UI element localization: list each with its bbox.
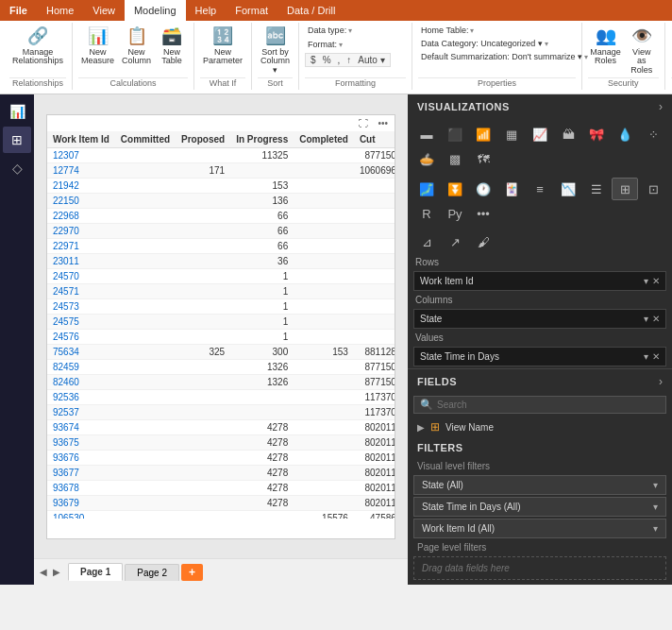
manage-roles-button[interactable]: 👥 ManageRoles bbox=[588, 25, 623, 68]
data-category-dropdown[interactable]: Data Category: Uncategorized ▾ ▾ bbox=[418, 38, 551, 49]
col-work-item-id[interactable]: Work Item Id bbox=[47, 131, 115, 148]
home-table-dropdown[interactable]: Home Table: ▾ bbox=[418, 25, 477, 36]
values-drop-zone[interactable]: State Time in Days ▾ ✕ bbox=[413, 347, 666, 366]
viz-filled-map[interactable]: 🗾 bbox=[413, 178, 440, 200]
menu-file[interactable]: File bbox=[0, 0, 37, 21]
viz-filter-icon[interactable]: ⊿ bbox=[413, 230, 440, 253]
viz-table[interactable]: ⊞ bbox=[612, 178, 638, 200]
menu-home[interactable]: Home bbox=[37, 0, 83, 21]
menu-modeling[interactable]: Modeling bbox=[125, 0, 186, 21]
parameter-icon: 🔢 bbox=[212, 26, 233, 47]
menu-data-drill[interactable]: Data / Drill bbox=[277, 0, 344, 21]
page-tab-1[interactable]: Page 1 bbox=[68, 563, 123, 581]
viz-treemap[interactable]: ▩ bbox=[442, 147, 468, 170]
page-tab-2[interactable]: Page 2 bbox=[125, 564, 179, 581]
filter-state-expand[interactable]: ▾ bbox=[653, 480, 658, 490]
table-row: 1065301557647586 bbox=[47, 510, 395, 519]
values-field-remove[interactable]: ✕ bbox=[652, 351, 660, 362]
cell-5-1 bbox=[115, 223, 176, 238]
expand-visual-button[interactable]: ⛶ bbox=[356, 117, 371, 129]
new-parameter-button[interactable]: 🔢 NewParameter bbox=[200, 25, 245, 68]
format-label: Format: bbox=[308, 40, 337, 49]
rows-field-remove[interactable]: ✕ bbox=[652, 276, 660, 286]
col-in-progress[interactable]: In Progress bbox=[230, 131, 294, 148]
comma-format-button[interactable]: , bbox=[335, 54, 344, 66]
fields-expand-icon[interactable]: › bbox=[659, 375, 663, 388]
ribbon-group-groups: ➕ NewGroup ✏️ EditGroups Groups bbox=[665, 23, 672, 90]
filter-work-item-expand[interactable]: ▾ bbox=[653, 523, 658, 534]
cell-0-0: 12307 bbox=[47, 147, 115, 162]
visual-options-button[interactable]: ••• bbox=[375, 117, 391, 129]
col-cut[interactable]: Cut bbox=[354, 131, 395, 148]
filter-state-time[interactable]: State Time in Days (All) ▾ bbox=[413, 497, 666, 517]
field-view-name[interactable]: ▶ ⊞ View Name bbox=[408, 417, 672, 436]
viz-card[interactable]: 🃏 bbox=[498, 178, 525, 200]
col-proposed[interactable]: Proposed bbox=[176, 131, 230, 148]
columns-field-remove[interactable]: ✕ bbox=[652, 314, 660, 324]
viz-icons-row2: 🗾 ⏬ 🕐 🃏 ≡ 📉 ☰ ⊞ ⊡ R Py ••• bbox=[408, 174, 672, 229]
viz-ribbon[interactable]: 🎀 bbox=[583, 123, 610, 145]
sort-by-column-button[interactable]: 🔤 Sort byColumn ▾ bbox=[258, 25, 293, 77]
viz-more[interactable]: ••• bbox=[470, 202, 496, 225]
new-measure-button[interactable]: 📊 NewMeasure bbox=[78, 25, 117, 68]
viz-pie[interactable]: 🥧 bbox=[413, 147, 440, 170]
report-view-icon[interactable]: 📊 bbox=[3, 98, 31, 125]
viz-scatter[interactable]: ⁘ bbox=[640, 123, 666, 145]
rows-drop-zone[interactable]: Work Item Id ▾ ✕ bbox=[413, 271, 666, 291]
viz-waterfall[interactable]: 💧 bbox=[612, 123, 638, 145]
default-summarization-dropdown[interactable]: Default Summarization: Don't summarize ▾… bbox=[418, 51, 591, 62]
table-scroll[interactable]: Work Item Id Committed Proposed In Progr… bbox=[47, 131, 395, 519]
columns-field-expand[interactable]: ▾ bbox=[644, 314, 648, 324]
col-committed[interactable]: Committed bbox=[115, 131, 176, 148]
new-table-button[interactable]: 🗃️ NewTable bbox=[156, 25, 188, 68]
filter-work-item-id[interactable]: Work Item Id (All) ▾ bbox=[413, 519, 666, 538]
prev-page-arrow[interactable]: ◀ bbox=[38, 565, 49, 579]
cell-22-5: 802011 bbox=[354, 480, 395, 495]
viz-icons-row1: ▬ ⬛ 📶 ▦ 📈 🏔 🎀 💧 ⁘ 🥧 ▩ 🗺 bbox=[408, 119, 672, 174]
filter-state[interactable]: State (All) ▾ bbox=[413, 475, 666, 495]
viz-py-visual[interactable]: Py bbox=[442, 202, 468, 225]
cell-13-3: 300 bbox=[230, 344, 294, 359]
viz-kpi[interactable]: 📉 bbox=[555, 178, 581, 200]
viz-matrix[interactable]: ⊡ bbox=[640, 178, 666, 200]
cell-2-3: 153 bbox=[230, 178, 294, 193]
viz-format-icon[interactable]: 🖌 bbox=[470, 230, 496, 253]
viz-stacked-bar[interactable]: ⬛ bbox=[442, 123, 468, 145]
rows-field-expand[interactable]: ▾ bbox=[644, 276, 648, 286]
viz-drillthrough-icon[interactable]: ↗ bbox=[442, 230, 468, 253]
add-page-button[interactable]: + bbox=[181, 564, 203, 581]
viz-map[interactable]: 🗺 bbox=[470, 147, 496, 170]
viz-multi-row-card[interactable]: ≡ bbox=[527, 178, 553, 200]
values-field-expand[interactable]: ▾ bbox=[644, 351, 648, 362]
dollar-format-button[interactable]: $ bbox=[308, 54, 319, 66]
viz-line-chart[interactable]: 📈 bbox=[527, 123, 553, 145]
columns-drop-zone[interactable]: State ▾ ✕ bbox=[413, 309, 666, 329]
viz-column-chart[interactable]: 📶 bbox=[470, 123, 496, 145]
viz-gauge[interactable]: 🕐 bbox=[470, 178, 496, 200]
viz-area-chart[interactable]: 🏔 bbox=[555, 123, 581, 145]
data-type-dropdown[interactable]: Data type: ▾ bbox=[305, 25, 355, 36]
viz-funnel[interactable]: ⏬ bbox=[442, 178, 468, 200]
next-page-arrow[interactable]: ▶ bbox=[51, 565, 62, 579]
new-column-button[interactable]: 📋 NewColumn bbox=[119, 25, 154, 68]
format-dropdown[interactable]: Format: ▾ bbox=[305, 39, 345, 50]
menu-format[interactable]: Format bbox=[226, 0, 277, 21]
viz-r-visual[interactable]: R bbox=[413, 202, 440, 225]
viz-bar-chart[interactable]: ▬ bbox=[413, 123, 440, 145]
auto-dropdown-button[interactable]: Auto ▾ bbox=[355, 54, 387, 66]
fields-search-box[interactable]: 🔍 bbox=[413, 396, 666, 414]
viz-stacked-column[interactable]: ▦ bbox=[498, 123, 525, 145]
visualizations-header[interactable]: VISUALIZATIONS › bbox=[408, 94, 672, 119]
menu-view[interactable]: View bbox=[83, 0, 125, 21]
manage-relationships-button[interactable]: 🔗 ManageRelationships bbox=[9, 25, 66, 68]
data-view-icon[interactable]: ⊞ bbox=[3, 127, 31, 153]
menu-help[interactable]: Help bbox=[186, 0, 227, 21]
viz-slicer[interactable]: ☰ bbox=[583, 178, 610, 200]
view-as-roles-button[interactable]: 👁️ View asRoles bbox=[625, 25, 659, 77]
model-view-icon[interactable]: ◇ bbox=[3, 155, 31, 181]
col-completed[interactable]: Completed bbox=[294, 131, 354, 148]
increase-decimal-button[interactable]: ↑ bbox=[344, 54, 354, 66]
fields-search-input[interactable] bbox=[437, 400, 660, 410]
percent-format-button[interactable]: % bbox=[320, 54, 334, 66]
filter-state-time-expand[interactable]: ▾ bbox=[653, 502, 658, 512]
